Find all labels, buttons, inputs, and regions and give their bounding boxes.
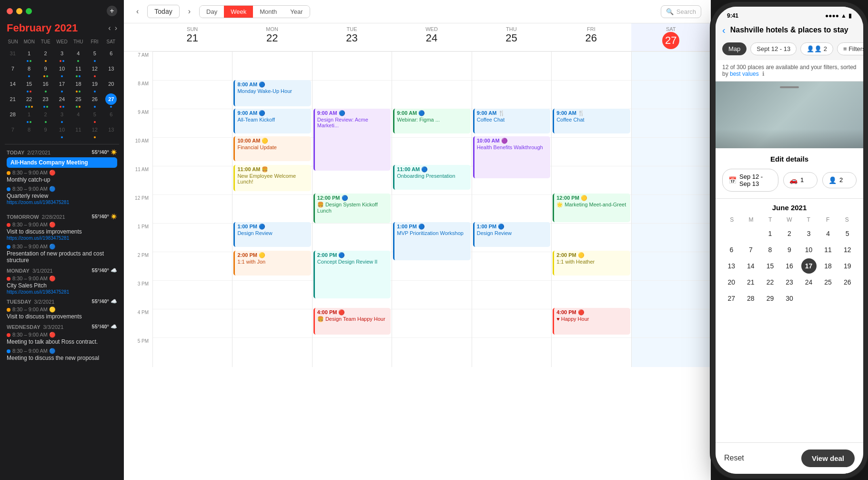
phone-cal-cell[interactable]: 30 bbox=[782, 291, 797, 306]
mini-cal-cell[interactable]: 26 bbox=[87, 93, 102, 108]
mini-cal-cell[interactable]: 3 bbox=[54, 108, 70, 123]
mini-cal-cell[interactable]: 13 bbox=[103, 123, 119, 138]
calendar-event[interactable]: 12:00 PM 🔵 🍔 Design System Kickoff Lunch bbox=[313, 194, 391, 223]
mini-cal-cell[interactable]: 5 bbox=[87, 47, 102, 62]
mini-cal-cell[interactable]: 9 bbox=[38, 123, 53, 138]
mini-cal-cell[interactable]: 2 bbox=[38, 108, 53, 123]
mini-cal-cell[interactable]: 21 bbox=[5, 93, 20, 108]
mini-cal-cell[interactable]: 11 bbox=[71, 123, 86, 138]
phone-cal-cell[interactable]: 15 bbox=[762, 258, 777, 274]
calendar-event[interactable]: 9:00 AM 🔵 Webinar: Figma ... bbox=[393, 109, 470, 133]
mini-cal-cell[interactable]: 6 bbox=[103, 108, 119, 123]
phone-cal-cell[interactable]: 28 bbox=[743, 291, 758, 306]
phone-cal-cell[interactable]: 24 bbox=[801, 275, 817, 290]
view-deal-button[interactable]: View deal bbox=[801, 449, 855, 467]
room-chip[interactable]: 🚗 1 bbox=[783, 172, 818, 188]
mini-cal-cell[interactable]: 12 bbox=[87, 123, 102, 138]
filter-chip-dates[interactable]: Sept 12 - 13 bbox=[750, 42, 797, 55]
event-link[interactable]: https://zoom.us/i/1983475281 bbox=[7, 235, 117, 241]
phone-cal-cell[interactable]: 20 bbox=[724, 275, 739, 290]
event-link[interactable]: https://zoom.us/i/1983475281 bbox=[7, 200, 117, 205]
mini-cal-cell[interactable]: 19 bbox=[87, 78, 102, 92]
event-link[interactable]: https://zoom.us/i/1983475281 bbox=[7, 289, 117, 295]
phone-cal-cell[interactable]: 5 bbox=[840, 226, 855, 241]
phone-cal-cell[interactable]: 16 bbox=[782, 258, 797, 274]
mini-cal-cell[interactable]: 15 bbox=[21, 78, 37, 92]
traffic-light-red[interactable] bbox=[7, 8, 13, 14]
mini-cal-cell[interactable]: 3 bbox=[54, 47, 70, 62]
mini-cal-cell[interactable]: 22 bbox=[21, 93, 37, 108]
prev-week-button[interactable]: ‹ bbox=[133, 5, 141, 18]
mini-cal-cell[interactable]: 8 bbox=[21, 62, 37, 77]
reset-button[interactable]: Reset bbox=[724, 454, 744, 462]
drag-handle[interactable] bbox=[780, 86, 799, 88]
phone-cal-cell[interactable]: 25 bbox=[820, 275, 836, 290]
guest-chip[interactable]: 👤 2 bbox=[822, 172, 857, 188]
mini-cal-cell[interactable]: 17 bbox=[54, 78, 70, 92]
phone-cal-cell[interactable]: 4 bbox=[820, 226, 836, 241]
mini-cal-cell[interactable]: 31 bbox=[5, 47, 20, 62]
calendar-event[interactable]: 8:00 AM 🔵 Monday Wake-Up Hour bbox=[233, 80, 311, 106]
mini-cal-cell[interactable]: 7 bbox=[5, 123, 20, 138]
tab-day[interactable]: Day bbox=[200, 6, 224, 18]
phone-cal-cell[interactable]: 2 bbox=[782, 226, 797, 241]
phone-cal-cell[interactable]: 19 bbox=[840, 258, 855, 274]
phone-cal-cell[interactable]: 6 bbox=[724, 242, 739, 257]
sidebar-add-button[interactable]: + bbox=[107, 6, 117, 16]
calendar-event[interactable]: 11:00 AM 🔵 Onboarding Presentation bbox=[393, 165, 470, 190]
phone-cal-cell[interactable]: 29 bbox=[762, 291, 777, 306]
mini-cal-cell[interactable]: 5 bbox=[87, 108, 102, 123]
mini-cal-cell[interactable]: 23 bbox=[38, 93, 53, 108]
back-button[interactable]: ‹ bbox=[722, 25, 726, 36]
calendar-search[interactable]: 🔍 Search bbox=[661, 5, 701, 18]
mini-cal-cell[interactable]: 1 bbox=[21, 47, 37, 62]
mini-cal-cell[interactable]: 4 bbox=[71, 108, 86, 123]
mini-cal-cell[interactable]: 2 bbox=[38, 47, 53, 62]
calendar-event[interactable]: 2:00 PM 🟡 1:1 with Heather bbox=[553, 251, 630, 276]
mini-cal-cell[interactable]: 27 bbox=[103, 93, 119, 108]
phone-cal-cell[interactable]: 1 bbox=[762, 226, 777, 241]
calendar-event[interactable]: 9:00 AM 🍴 Coffee Chat bbox=[473, 109, 550, 133]
highlight-event[interactable]: All-Hands Company Meeting bbox=[7, 157, 117, 168]
calendar-event[interactable]: 11:00 AM 🍔 New Employee Welcome Lunch! bbox=[233, 165, 311, 191]
phone-cal-cell[interactable]: 3 bbox=[801, 226, 817, 241]
phone-cal-cell[interactable]: 26 bbox=[840, 275, 855, 290]
mini-cal-cell[interactable]: 10 bbox=[54, 62, 70, 77]
phone-cal-cell[interactable]: 23 bbox=[782, 275, 797, 290]
mini-cal-cell[interactable]: 28 bbox=[5, 108, 20, 123]
phone-cal-cell[interactable]: 11 bbox=[820, 242, 836, 257]
phone-cal-cell[interactable]: 10 bbox=[801, 242, 817, 257]
calendar-event[interactable]: 1:00 PM 🔵 Design Review bbox=[473, 222, 550, 247]
calendar-event[interactable]: 4:00 PM 🔴 ♥ Happy Hour bbox=[553, 308, 630, 335]
mini-cal-cell[interactable]: 10 bbox=[54, 123, 70, 138]
mini-cal-cell[interactable]: 16 bbox=[38, 78, 53, 92]
phone-cal-cell[interactable]: 7 bbox=[743, 242, 758, 257]
phone-cal-cell[interactable]: 21 bbox=[743, 275, 758, 290]
next-week-button[interactable]: › bbox=[185, 5, 193, 18]
phone-cal-cell[interactable]: 12 bbox=[840, 242, 855, 257]
phone-cal-cell[interactable]: 9 bbox=[782, 242, 797, 257]
tab-month[interactable]: Month bbox=[253, 6, 283, 18]
filter-chip-filters[interactable]: ≡ Filters · bbox=[837, 42, 863, 55]
next-month-arrow[interactable]: › bbox=[115, 24, 117, 32]
calendar-event[interactable]: 10:00 AM 🟡 Financial Update bbox=[233, 136, 311, 161]
calendar-event[interactable]: 4:00 PM 🔴 🍔 Design Team Happy Hour bbox=[313, 308, 391, 335]
tab-year[interactable]: Year bbox=[283, 6, 309, 18]
calendar-event[interactable]: 2:00 PM 🟡 1:1 with Jon bbox=[233, 251, 311, 276]
mini-cal-cell[interactable]: 6 bbox=[103, 47, 119, 62]
mini-cal-cell[interactable]: 9 bbox=[38, 62, 53, 77]
mini-cal-cell[interactable]: 11 bbox=[71, 62, 86, 77]
mini-cal-cell[interactable]: 14 bbox=[5, 78, 20, 92]
calendar-event[interactable]: 2:00 PM 🔵 Concept Design Review II bbox=[313, 251, 391, 298]
mini-cal-cell[interactable]: 12 bbox=[87, 62, 102, 77]
mini-cal-cell[interactable]: 20 bbox=[103, 78, 119, 92]
calendar-event[interactable]: 9:00 AM 🍴 Coffee Chat bbox=[553, 109, 630, 133]
calendar-event[interactable]: 9:00 AM 🔵 All-Team Kickoff bbox=[233, 109, 311, 133]
phone-cal-cell[interactable]: 8 bbox=[762, 242, 777, 257]
mini-cal-cell[interactable]: 8 bbox=[21, 123, 37, 138]
today-button[interactable]: Today bbox=[147, 5, 179, 18]
phone-cal-cell[interactable]: 13 bbox=[724, 258, 739, 274]
best-values-link[interactable]: best values bbox=[730, 71, 759, 77]
filter-chip-map[interactable]: Map bbox=[722, 42, 747, 55]
calendar-event[interactable]: 10:00 AM 🟣 Health Benefits Walkthrough bbox=[473, 136, 550, 178]
